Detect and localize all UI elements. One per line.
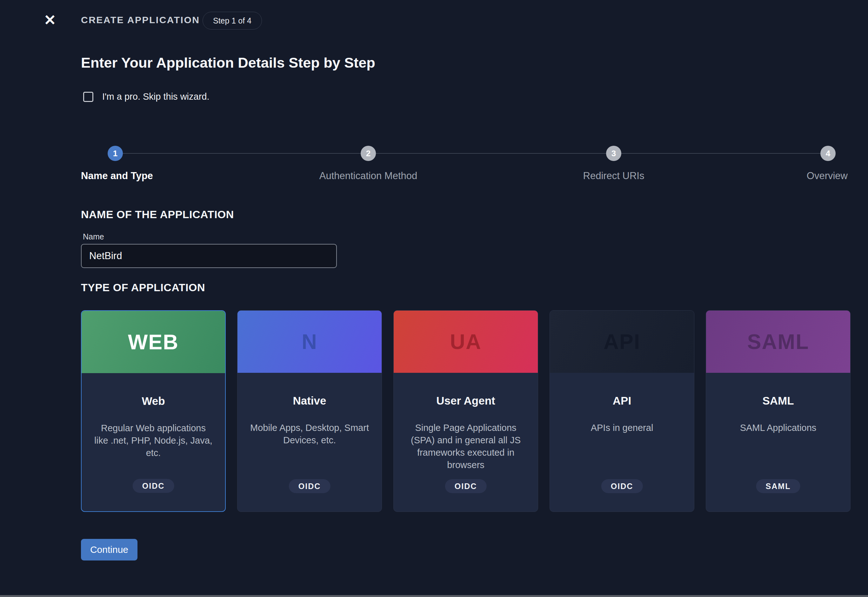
app-type-card-saml[interactable]: SAML SAML SAML Applications SAML: [706, 310, 850, 512]
card-header-native: N: [237, 310, 381, 373]
close-icon: ✕: [44, 12, 56, 28]
card-title: API: [550, 394, 694, 407]
step-4-indicator: 4: [821, 146, 835, 161]
step-3-indicator: 3: [606, 146, 621, 161]
wizard-heading: Enter Your Application Details Step by S…: [81, 55, 375, 71]
close-button[interactable]: ✕: [42, 11, 58, 29]
card-description: Mobile Apps, Desktop, Smart Devices, etc…: [237, 422, 381, 447]
step-1-indicator: 1: [108, 146, 123, 161]
card-description: Regular Web applications like .net, PHP,…: [82, 422, 225, 459]
card-header-letter: UA: [450, 330, 481, 354]
card-header-letter: WEB: [128, 330, 179, 354]
card-title: User Agent: [394, 394, 538, 407]
card-description: Single Page Applications (SPA) and in ge…: [394, 422, 538, 472]
skip-wizard-checkbox[interactable]: [83, 92, 93, 102]
card-header-letter: N: [301, 330, 318, 354]
card-protocol-badge: OIDC: [601, 479, 643, 493]
card-title: SAML: [706, 394, 850, 407]
card-header-api: API: [550, 310, 694, 373]
card-protocol-badge: SAML: [756, 479, 800, 493]
app-type-card-web[interactable]: WEB Web Regular Web applications like .n…: [81, 310, 226, 512]
card-description: SAML Applications: [706, 422, 850, 434]
step-2-label: Authentication Method: [319, 170, 417, 182]
continue-button[interactable]: Continue: [81, 539, 138, 560]
card-description: APIs in general: [550, 422, 694, 434]
app-type-card-api[interactable]: API API APIs in general OIDC: [550, 310, 694, 512]
card-header-letter: SAML: [747, 330, 809, 354]
step-badge: Step 1 of 4: [203, 12, 262, 30]
card-header-saml: SAML: [706, 310, 850, 373]
step-1-label: Name and Type: [81, 170, 153, 182]
stepper-track: [115, 153, 828, 154]
window-edge: [0, 595, 868, 597]
name-section-heading: NAME OF THE APPLICATION: [81, 208, 234, 221]
name-input[interactable]: [81, 244, 337, 268]
card-header-web: WEB: [82, 311, 225, 373]
name-field-label: Name: [83, 232, 104, 241]
skip-wizard-row[interactable]: I'm a pro. Skip this wizard.: [83, 91, 209, 102]
page-title: CREATE APPLICATION: [81, 15, 200, 25]
type-section-heading: TYPE OF APPLICATION: [81, 281, 205, 294]
app-type-card-native[interactable]: N Native Mobile Apps, Desktop, Smart Dev…: [237, 310, 382, 512]
create-application-wizard: ✕ CREATE APPLICATION Step 1 of 4 Enter Y…: [0, 0, 868, 597]
app-type-card-user-agent[interactable]: UA User Agent Single Page Applications (…: [393, 310, 538, 512]
card-protocol-badge: OIDC: [445, 479, 487, 493]
step-2-indicator: 2: [361, 146, 376, 161]
card-title: Native: [237, 394, 381, 407]
app-type-card-list: WEB Web Regular Web applications like .n…: [81, 310, 852, 512]
card-protocol-badge: OIDC: [133, 479, 174, 493]
skip-wizard-label: I'm a pro. Skip this wizard.: [102, 91, 209, 102]
card-protocol-badge: OIDC: [289, 479, 331, 493]
card-header-letter: API: [604, 330, 640, 354]
card-header-user-agent: UA: [394, 310, 538, 373]
step-3-label: Redirect URIs: [583, 170, 644, 182]
step-4-label: Overview: [807, 170, 848, 182]
card-title: Web: [82, 395, 225, 407]
